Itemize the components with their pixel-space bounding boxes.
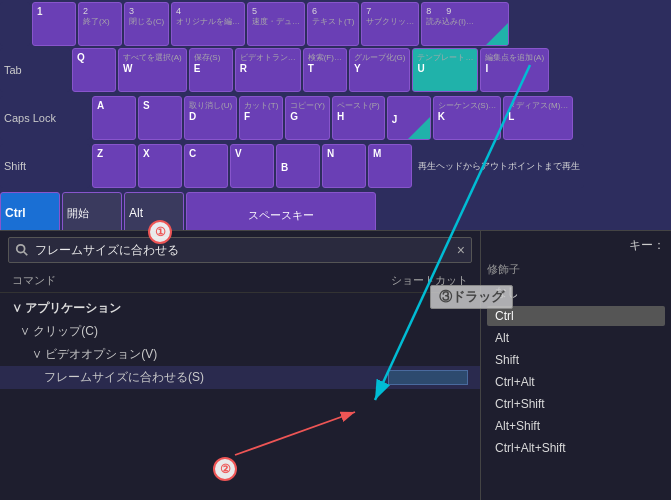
shortcut-cell[interactable] — [388, 370, 468, 385]
key-e[interactable]: 保存(S) E — [189, 48, 233, 92]
modifier-ctrl-alt[interactable]: Ctrl+Alt — [487, 372, 665, 392]
modifier-alt[interactable]: Alt — [487, 328, 665, 348]
key-begin[interactable]: 開始 — [62, 192, 122, 230]
modifier-ctrl-alt-shift[interactable]: Ctrl+Alt+Shift — [487, 438, 665, 458]
key-row-2: Tab Q すべてを選択(A) W 保存(S) E ビデオトラン… R 検索(F… — [0, 48, 549, 92]
annotation-2: ② — [213, 457, 237, 481]
key-a[interactable]: A — [92, 96, 136, 140]
key-d[interactable]: 取り消し(U) D — [184, 96, 237, 140]
key-j[interactable]: J — [387, 96, 431, 140]
key-r[interactable]: ビデオトラン… R — [235, 48, 301, 92]
key-w[interactable]: すべてを選択(A) W — [118, 48, 187, 92]
annotation-3-drag: ③ドラッグ — [430, 285, 513, 309]
key-7[interactable]: 7 サブクリッ… — [361, 2, 419, 46]
key-6[interactable]: 6 テキスト(T) — [307, 2, 359, 46]
shift-label: Shift — [4, 160, 26, 172]
key-ctrl[interactable]: Ctrl — [0, 192, 60, 230]
key-shift[interactable]: Shift — [0, 144, 90, 188]
col-command: コマンド — [12, 273, 56, 288]
search-icon — [15, 243, 29, 257]
modifier-alt-shift[interactable]: Alt+Shift — [487, 416, 665, 436]
key-k[interactable]: シーケンス(S)… K — [433, 96, 502, 140]
tree-frame-size-label: フレームサイズに合わせる(S) — [44, 369, 204, 386]
key-b[interactable]: B — [276, 144, 320, 188]
modifier-label: 修飾子 — [487, 262, 665, 277]
key-x[interactable]: X — [138, 144, 182, 188]
annotation-1: ① — [148, 220, 172, 244]
key-f[interactable]: カット(T) F — [239, 96, 283, 140]
key-t[interactable]: 検索(F)… T — [303, 48, 347, 92]
modifier-ctrl-shift[interactable]: Ctrl+Shift — [487, 394, 665, 414]
key-m[interactable]: M — [368, 144, 412, 188]
key-z[interactable]: Z — [92, 144, 136, 188]
key-v[interactable]: V — [230, 144, 274, 188]
key-l[interactable]: メディアス(M)… L — [503, 96, 573, 140]
key-i[interactable]: 編集点を追加(A) I — [480, 48, 549, 92]
key-5[interactable]: 5 速度・デュ… — [247, 2, 305, 46]
key-row-3: Caps Lock A S 取り消し(U) D カット(T) F コピー(Y) … — [0, 96, 573, 140]
key-y[interactable]: グループ化(G) Y — [349, 48, 411, 92]
key-g[interactable]: コピー(Y) G — [285, 96, 330, 140]
search-clear-button[interactable]: × — [457, 242, 465, 258]
key-n[interactable]: N — [322, 144, 366, 188]
key-c[interactable]: C — [184, 144, 228, 188]
key-2[interactable]: 2 終了(X) — [78, 2, 122, 46]
key-section-header: キー： — [487, 237, 665, 254]
key-row-1: 1 2 終了(X) 3 閉じる(C) 4 オリジナルを編… 5 速度・デュ… 6… — [0, 2, 509, 46]
key-s[interactable]: S — [138, 96, 182, 140]
modifier-shift[interactable]: Shift — [487, 350, 665, 370]
key-4[interactable]: 4 オリジナルを編… — [171, 2, 245, 46]
tree-clip[interactable]: ∨ クリップ(C) — [0, 320, 480, 343]
bottom-panel: フレームサイズに合わせる × コマンド ショートカット ∨ アプリケーション ∨… — [0, 230, 671, 500]
svg-line-1 — [24, 252, 28, 256]
key-capslock[interactable]: Caps Lock — [0, 96, 90, 140]
space-tooltip: 再生ヘッドからアウトポイントまで再生 — [414, 144, 584, 188]
key-89[interactable]: 8 9 読み込み(I)… — [421, 2, 509, 46]
tree-area: ∨ アプリケーション ∨ クリップ(C) ∨ ビデオオプション(V) フレームサ… — [0, 293, 480, 393]
left-panel: フレームサイズに合わせる × コマンド ショートカット ∨ アプリケーション ∨… — [0, 230, 480, 500]
modifier-none[interactable]: なし — [487, 281, 665, 304]
key-u[interactable]: テンプレート… U — [412, 48, 478, 92]
tree-application[interactable]: ∨ アプリケーション — [0, 297, 480, 320]
key-q[interactable]: Q — [72, 48, 116, 92]
svg-point-0 — [17, 245, 25, 253]
keyboard-area: 1 2 終了(X) 3 閉じる(C) 4 オリジナルを編… 5 速度・デュ… 6… — [0, 0, 671, 230]
capslock-label: Caps Lock — [4, 112, 56, 124]
tree-video-option[interactable]: ∨ ビデオオプション(V) — [0, 343, 480, 366]
key-row-5: Ctrl 開始 Alt スペースキー — [0, 192, 376, 230]
search-input[interactable]: フレームサイズに合わせる — [35, 242, 457, 259]
command-header: コマンド ショートカット — [0, 269, 480, 293]
key-3[interactable]: 3 閉じる(C) — [124, 2, 169, 46]
right-panel: キー： 修飾子 なし Ctrl Alt Shift Ctrl+Alt Ctrl+… — [480, 230, 671, 500]
search-bar: フレームサイズに合わせる × — [8, 237, 472, 263]
key-h[interactable]: ペースト(P) H — [332, 96, 385, 140]
key-blank — [0, 2, 30, 46]
key-space[interactable]: スペースキー — [186, 192, 376, 230]
modifier-ctrl[interactable]: Ctrl — [487, 306, 665, 326]
tree-frame-size[interactable]: フレームサイズに合わせる(S) — [0, 366, 480, 389]
key-1[interactable]: 1 — [32, 2, 76, 46]
key-row-4: Shift Z X C V B N M 再生ヘッドからアウトポイントまで再生 — [0, 144, 584, 188]
tab-label: Tab — [4, 64, 22, 76]
key-tab[interactable]: Tab — [0, 48, 70, 92]
